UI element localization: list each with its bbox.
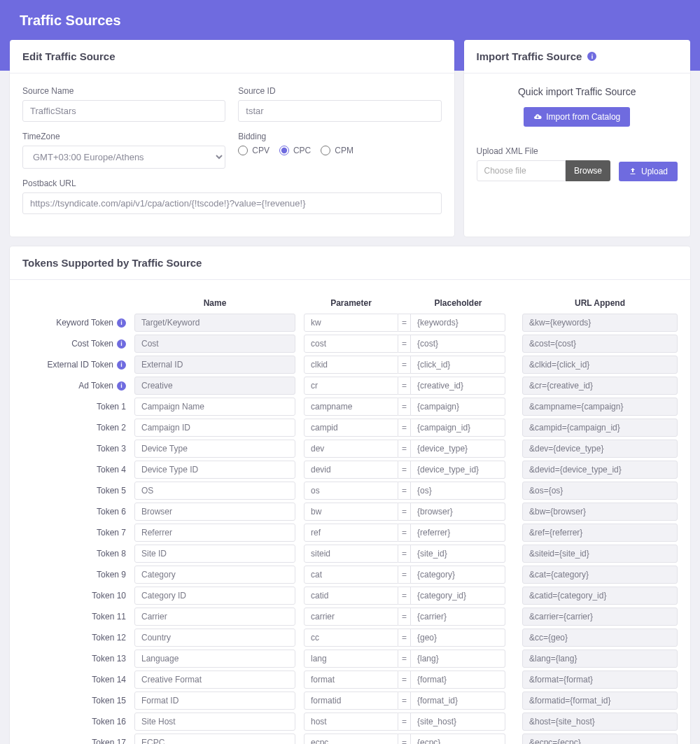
- token-param-input[interactable]: [304, 461, 398, 479]
- token-name-input[interactable]: [134, 734, 295, 744]
- token-row-label: Token 16: [22, 717, 134, 727]
- bidding-cpc[interactable]: CPC: [279, 146, 311, 155]
- token-name-input[interactable]: [134, 629, 295, 647]
- token-placeholder-input[interactable]: [411, 314, 505, 332]
- postback-label: Postback URL: [22, 178, 442, 188]
- info-icon[interactable]: i: [117, 381, 126, 391]
- token-placeholder-input[interactable]: [411, 335, 505, 353]
- token-name-input[interactable]: [134, 398, 295, 416]
- token-row: Token 1 =: [22, 398, 678, 416]
- token-row: Ad Tokeni =: [22, 377, 678, 395]
- token-row-label: Token 6: [22, 507, 134, 517]
- token-url-append: [522, 734, 678, 744]
- token-placeholder-input[interactable]: [411, 503, 505, 521]
- equals-separator: =: [398, 440, 411, 458]
- info-icon[interactable]: i: [117, 339, 126, 349]
- token-param-input[interactable]: [304, 398, 398, 416]
- token-param-input[interactable]: [304, 482, 398, 500]
- browse-button[interactable]: Browse: [566, 160, 610, 181]
- file-input[interactable]: Choose file: [477, 160, 566, 181]
- token-param-input[interactable]: [304, 566, 398, 584]
- token-name-input[interactable]: [134, 377, 295, 395]
- token-url-append: [522, 608, 678, 626]
- token-param-input[interactable]: [304, 671, 398, 689]
- token-url-append: [522, 671, 678, 689]
- token-name-input[interactable]: [134, 650, 295, 668]
- equals-separator: =: [398, 713, 411, 731]
- token-param-input[interactable]: [304, 377, 398, 395]
- token-name-input[interactable]: [134, 608, 295, 626]
- token-param-input[interactable]: [304, 335, 398, 353]
- token-name-input[interactable]: [134, 524, 295, 542]
- token-placeholder-input[interactable]: [411, 545, 505, 563]
- token-placeholder-input[interactable]: [411, 608, 505, 626]
- token-placeholder-input[interactable]: [411, 692, 505, 710]
- token-param-input[interactable]: [304, 608, 398, 626]
- token-placeholder-input[interactable]: [411, 566, 505, 584]
- token-param-input[interactable]: [304, 503, 398, 521]
- token-placeholder-input[interactable]: [411, 482, 505, 500]
- import-from-catalog-button[interactable]: Import from Catalog: [524, 107, 630, 127]
- equals-separator: =: [398, 692, 411, 710]
- token-placeholder-input[interactable]: [411, 734, 505, 744]
- info-icon[interactable]: i: [587, 52, 596, 61]
- token-row-label: Token 2: [22, 423, 134, 433]
- token-name-input[interactable]: [134, 461, 295, 479]
- token-row: Cost Tokeni =: [22, 335, 678, 353]
- token-name-input[interactable]: [134, 671, 295, 689]
- info-icon[interactable]: i: [117, 360, 126, 370]
- postback-input[interactable]: [22, 192, 442, 214]
- token-placeholder-input[interactable]: [411, 398, 505, 416]
- token-placeholder-input[interactable]: [411, 524, 505, 542]
- token-placeholder-input[interactable]: [411, 671, 505, 689]
- token-row-label: Token 4: [22, 465, 134, 475]
- token-param-input[interactable]: [304, 692, 398, 710]
- token-param-input[interactable]: [304, 650, 398, 668]
- token-placeholder-input[interactable]: [411, 356, 505, 374]
- token-param-input[interactable]: [304, 734, 398, 744]
- token-row: Token 7 =: [22, 524, 678, 542]
- info-icon[interactable]: i: [117, 318, 126, 328]
- token-name-input[interactable]: [134, 566, 295, 584]
- token-name-input[interactable]: [134, 356, 295, 374]
- source-id-input[interactable]: [238, 100, 441, 122]
- token-param-input[interactable]: [304, 629, 398, 647]
- token-name-input[interactable]: [134, 419, 295, 437]
- token-placeholder-input[interactable]: [411, 587, 505, 605]
- token-param-input[interactable]: [304, 545, 398, 563]
- upload-button[interactable]: Upload: [619, 162, 678, 181]
- token-name-input[interactable]: [134, 692, 295, 710]
- token-name-input[interactable]: [134, 482, 295, 500]
- token-name-input[interactable]: [134, 440, 295, 458]
- token-param-input[interactable]: [304, 419, 398, 437]
- token-row: Token 15 =: [22, 692, 678, 710]
- token-param-input[interactable]: [304, 524, 398, 542]
- token-placeholder-input[interactable]: [411, 377, 505, 395]
- tokens-card: Tokens Supported by Traffic Source Name …: [10, 246, 690, 744]
- token-param-input[interactable]: [304, 713, 398, 731]
- token-name-input[interactable]: [134, 587, 295, 605]
- token-placeholder-input[interactable]: [411, 419, 505, 437]
- bidding-cpv[interactable]: CPV: [238, 146, 270, 155]
- token-name-input[interactable]: [134, 713, 295, 731]
- col-name: Name: [134, 298, 295, 308]
- token-placeholder-input[interactable]: [411, 650, 505, 668]
- token-param-input[interactable]: [304, 356, 398, 374]
- token-url-append: [522, 650, 678, 668]
- source-name-input[interactable]: [22, 100, 225, 122]
- token-placeholder-input[interactable]: [411, 713, 505, 731]
- token-name-input[interactable]: [134, 335, 295, 353]
- token-param-input[interactable]: [304, 587, 398, 605]
- equals-separator: =: [398, 335, 411, 353]
- timezone-select[interactable]: GMT+03:00 Europe/Athens: [22, 146, 225, 169]
- token-name-input[interactable]: [134, 314, 295, 332]
- token-placeholder-input[interactable]: [411, 440, 505, 458]
- token-placeholder-input[interactable]: [411, 629, 505, 647]
- token-name-input[interactable]: [134, 503, 295, 521]
- token-param-input[interactable]: [304, 314, 398, 332]
- token-url-append: [522, 524, 678, 542]
- token-name-input[interactable]: [134, 545, 295, 563]
- token-param-input[interactable]: [304, 440, 398, 458]
- bidding-cpm[interactable]: CPM: [321, 146, 354, 155]
- token-placeholder-input[interactable]: [411, 461, 505, 479]
